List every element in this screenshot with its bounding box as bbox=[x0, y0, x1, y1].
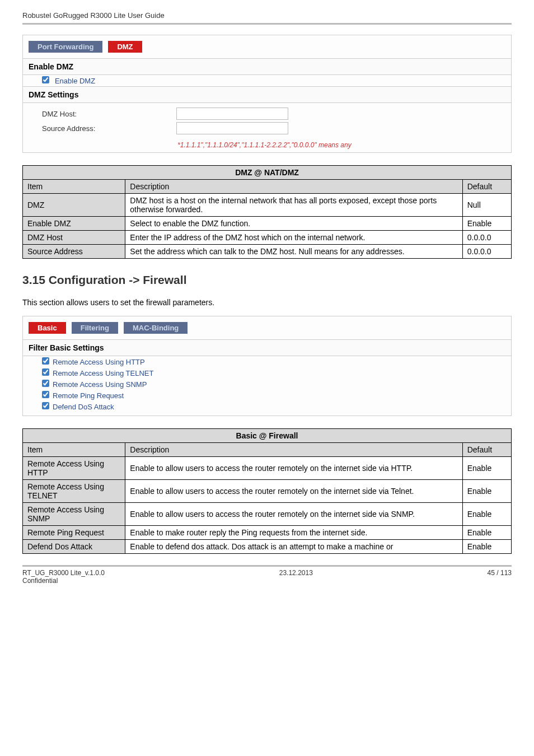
firewall-tabs: Basic Filtering MAC-Binding bbox=[23, 316, 511, 339]
doc-footer: RT_UG_R3000 Lite_v.1.0.0 Confidential 23… bbox=[22, 567, 512, 585]
table-row: DMZ DMZ host is a host on the internal n… bbox=[23, 194, 512, 217]
doc-header: Robustel GoRugged R3000 Lite User Guide bbox=[22, 11, 512, 25]
tab-filtering[interactable]: Filtering bbox=[72, 322, 118, 334]
cb-remote-http[interactable] bbox=[42, 357, 49, 365]
table-row: Enable DMZ Select to enable the DMZ func… bbox=[23, 217, 512, 231]
filter-basic-header: Filter Basic Settings bbox=[23, 339, 511, 356]
dmz-th-item: Item bbox=[23, 180, 125, 194]
tab-port-forwarding[interactable]: Port Forwarding bbox=[29, 41, 102, 53]
footer-left1: RT_UG_R3000 Lite_v.1.0.0 bbox=[22, 569, 105, 577]
table-row: Remote Access Using HTTP Enable to allow… bbox=[23, 457, 512, 480]
firewall-table: Basic @ Firewall Item Description Defaul… bbox=[22, 428, 512, 554]
footer-left2: Confidential bbox=[22, 577, 105, 585]
table-row: Remote Access Using SNMP Enable to allow… bbox=[23, 503, 512, 526]
table-row: DMZ Host Enter the IP address of the DMZ… bbox=[23, 231, 512, 245]
fw-th-desc: Description bbox=[125, 443, 462, 457]
source-address-hint: *1.1.1.1","1.1.1.0/24","1.1.1.1-2.2.2.2"… bbox=[177, 141, 511, 152]
tab-mac-binding[interactable]: MAC-Binding bbox=[124, 322, 188, 334]
tab-dmz[interactable]: DMZ bbox=[108, 41, 142, 53]
table-row: Remote Ping Request Enable to make route… bbox=[23, 526, 512, 540]
cb-remote-http-label: Remote Access Using HTTP bbox=[53, 358, 145, 366]
cb-remote-ping[interactable] bbox=[42, 391, 49, 398]
enable-dmz-row: Enable DMZ bbox=[23, 75, 511, 86]
dmz-settings-body: DMZ Host: Source Address: bbox=[23, 103, 511, 141]
enable-dmz-header: Enable DMZ bbox=[23, 58, 511, 75]
dmz-panel: Port Forwarding DMZ Enable DMZ Enable DM… bbox=[22, 35, 512, 153]
enable-dmz-checkbox[interactable] bbox=[42, 76, 49, 83]
fw-table-title: Basic @ Firewall bbox=[23, 429, 512, 443]
enable-dmz-label: Enable DMZ bbox=[55, 77, 95, 85]
dmz-th-desc: Description bbox=[125, 180, 462, 194]
footer-center: 23.12.2013 bbox=[279, 569, 313, 585]
cb-remote-snmp-label: Remote Access Using SNMP bbox=[53, 380, 147, 389]
fw-th-item: Item bbox=[23, 443, 125, 457]
cb-remote-telnet-label: Remote Access Using TELNET bbox=[53, 369, 153, 377]
footer-right: 45 / 113 bbox=[488, 569, 512, 585]
cb-defend-dos[interactable] bbox=[42, 402, 49, 409]
table-row: Source Address Set the address which can… bbox=[23, 245, 512, 259]
source-address-label: Source Address: bbox=[42, 124, 176, 133]
dmz-table-title: DMZ @ NAT/DMZ bbox=[23, 166, 512, 180]
table-row: Remote Access Using TELNET Enable to all… bbox=[23, 480, 512, 503]
section-title: 3.15 Configuration -> Firewall bbox=[22, 273, 512, 287]
section-intro: This section allows users to set the fir… bbox=[22, 298, 512, 307]
table-row: Defend Dos Attack Enable to defend dos a… bbox=[23, 540, 512, 554]
cb-remote-snmp[interactable] bbox=[42, 380, 49, 387]
dmz-th-def: Default bbox=[462, 180, 511, 194]
cb-remote-ping-label: Remote Ping Request bbox=[53, 391, 124, 400]
tab-basic[interactable]: Basic bbox=[29, 322, 66, 334]
dmz-settings-header: DMZ Settings bbox=[23, 86, 511, 103]
cb-remote-telnet[interactable] bbox=[42, 368, 49, 376]
source-address-input[interactable] bbox=[176, 122, 288, 134]
fw-th-def: Default bbox=[462, 443, 511, 457]
firewall-panel: Basic Filtering MAC-Binding Filter Basic… bbox=[22, 316, 512, 416]
dmz-table: DMZ @ NAT/DMZ Item Description Default D… bbox=[22, 165, 512, 259]
dmz-host-input[interactable] bbox=[176, 108, 288, 120]
dmz-host-label: DMZ Host: bbox=[42, 110, 176, 118]
dmz-tabs: Port Forwarding DMZ bbox=[23, 35, 511, 58]
cb-defend-dos-label: Defend DoS Attack bbox=[53, 403, 114, 411]
